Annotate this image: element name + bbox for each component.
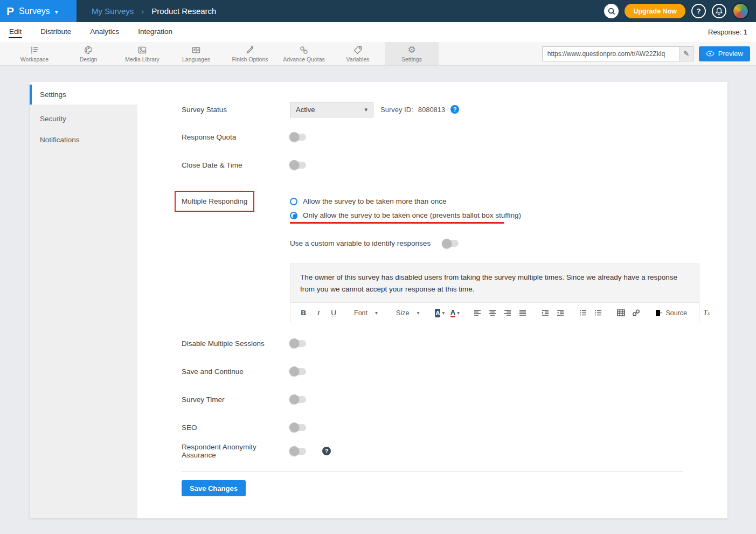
toolbar-item-settings[interactable]: ⚙ Settings xyxy=(385,42,439,65)
toolbar-item-languages[interactable]: A Languages xyxy=(169,42,223,65)
remove-format-button[interactable]: Tx xyxy=(700,307,713,320)
breadcrumb: My Surveys › Product Research xyxy=(92,6,216,16)
settings-form: Survey Status Active ▾ Survey ID: 808081… xyxy=(137,82,727,518)
save-continue-toggle[interactable] xyxy=(290,368,306,375)
survey-url-input[interactable] xyxy=(542,46,679,61)
tab-distribute[interactable]: Distribute xyxy=(40,26,72,38)
toolbar-item-media-library[interactable]: Media Library xyxy=(115,42,169,65)
response-quota-toggle[interactable] xyxy=(290,134,306,141)
underline-button[interactable]: U xyxy=(327,307,340,320)
italic-button[interactable]: I xyxy=(312,307,325,320)
insert-table-button[interactable] xyxy=(614,307,627,320)
bullet-list-icon xyxy=(579,309,587,316)
insert-link-button[interactable] xyxy=(629,307,642,320)
background-color-button[interactable]: A ▾ xyxy=(433,307,446,320)
source-button[interactable]: Source xyxy=(652,309,690,317)
align-left-icon xyxy=(474,309,481,316)
sidebar-panel: Security Notifications xyxy=(30,105,137,518)
indent-increase-icon xyxy=(542,309,549,316)
workspace-icon xyxy=(30,45,39,55)
text-color-icon: A xyxy=(450,309,455,317)
help-button[interactable]: ? xyxy=(691,4,706,18)
divider xyxy=(182,471,683,471)
anonymity-help-icon[interactable]: ? xyxy=(322,447,331,455)
toolbar-item-finish-options[interactable]: Finish Options xyxy=(223,42,277,65)
upgrade-label: Upgrade Now xyxy=(633,8,677,15)
survey-id-value: 8080813 xyxy=(418,106,446,114)
chevron-down-icon: ▾ xyxy=(364,106,367,113)
search-icon xyxy=(607,7,616,16)
indent-decrease-button[interactable] xyxy=(554,307,567,320)
chevron-down-icon: ▾ xyxy=(375,310,378,316)
toolbar-item-variables[interactable]: Variables xyxy=(331,42,385,65)
preview-label: Preview xyxy=(718,50,743,58)
close-date-toggle[interactable] xyxy=(290,162,306,169)
link-icon xyxy=(632,309,640,316)
text-color-button[interactable]: A ▾ xyxy=(448,307,461,320)
notifications-button[interactable] xyxy=(712,4,726,18)
indent-decrease-icon xyxy=(557,309,564,316)
image-icon xyxy=(137,45,147,55)
breadcrumb-my-surveys[interactable]: My Surveys xyxy=(92,6,134,16)
sidebar-item-settings[interactable]: Settings xyxy=(30,85,137,105)
tab-integration[interactable]: Integration xyxy=(137,26,173,38)
search-button[interactable] xyxy=(604,4,619,18)
translate-icon: A xyxy=(191,45,201,55)
edit-toolbar: Workspace Design Media Library A Languag… xyxy=(0,42,756,66)
survey-timer-toggle[interactable] xyxy=(290,396,306,403)
sidebar-item-security[interactable]: Security xyxy=(30,108,137,129)
disabled-message-text[interactable]: The owner of this survey has disabled us… xyxy=(290,264,699,302)
toolbar-item-design[interactable]: Design xyxy=(61,42,115,65)
custom-variable-toggle[interactable] xyxy=(442,240,459,247)
numbered-list-button[interactable] xyxy=(592,307,605,320)
toolbar-item-label: Finish Options xyxy=(232,56,268,63)
upgrade-button[interactable]: Upgrade Now xyxy=(625,4,685,18)
custom-variable-label: Use a custom variable to identify respon… xyxy=(290,239,431,247)
save-changes-button[interactable]: Save Changes xyxy=(182,480,246,496)
table-icon xyxy=(617,309,625,316)
response-quota-row: Response Quota xyxy=(182,131,727,142)
font-dropdown[interactable]: Font ▾ xyxy=(350,307,382,320)
toolbar-item-label: Media Library xyxy=(125,56,159,63)
toolbar-item-label: Variables xyxy=(346,56,370,63)
anonymity-label: Respondent Anonymity Assurance xyxy=(182,443,290,459)
tab-analytics[interactable]: Analytics xyxy=(89,26,120,38)
align-center-button[interactable] xyxy=(486,307,499,320)
radio-option-multiple-allowed[interactable]: Allow the survey to be taken more than o… xyxy=(290,197,521,205)
preview-button[interactable]: Preview xyxy=(699,46,750,61)
align-left-button[interactable] xyxy=(471,307,484,320)
toolbar-item-advance-quotas[interactable]: Advance Quotas xyxy=(277,42,331,65)
radio-option-once-only[interactable]: Only allow the survey to be taken once (… xyxy=(290,211,521,219)
remove-format-icon: T xyxy=(703,309,708,317)
size-dropdown[interactable]: Size ▾ xyxy=(392,307,424,320)
product-switcher[interactable]: P Surveys ▾ xyxy=(0,0,77,22)
disable-sessions-label: Disable Multiple Sessions xyxy=(182,339,290,348)
anonymity-row: Respondent Anonymity Assurance ? xyxy=(182,446,727,456)
content-area: Settings Security Notifications Survey S… xyxy=(0,66,756,534)
survey-id-help-icon[interactable]: ? xyxy=(450,105,459,114)
sidebar-item-notifications[interactable]: Notifications xyxy=(30,129,137,150)
anonymity-toggle[interactable] xyxy=(290,448,306,455)
align-justify-button[interactable] xyxy=(516,307,529,320)
question-icon: ? xyxy=(697,7,701,15)
radio-option-label: Allow the survey to be taken more than o… xyxy=(303,197,446,205)
bold-button[interactable]: B xyxy=(297,307,310,320)
font-dropdown-label: Font xyxy=(354,309,367,317)
seo-row: SEO xyxy=(182,422,727,433)
align-right-button[interactable] xyxy=(501,307,514,320)
toolbar-item-workspace[interactable]: Workspace xyxy=(8,42,61,65)
seo-toggle[interactable] xyxy=(290,424,306,431)
multiple-responding-row: Multiple Responding Allow the survey to … xyxy=(182,191,727,219)
response-quota-label: Response Quota xyxy=(182,133,290,141)
disable-sessions-row: Disable Multiple Sessions xyxy=(182,338,727,349)
multiple-responding-options: Allow the survey to be taken more than o… xyxy=(290,191,521,219)
edit-url-button[interactable]: ✎ xyxy=(679,46,693,61)
user-avatar[interactable] xyxy=(732,3,749,19)
eye-icon xyxy=(706,51,715,57)
disable-sessions-toggle[interactable] xyxy=(290,340,306,347)
indent-increase-button[interactable] xyxy=(539,307,552,320)
survey-status-select[interactable]: Active ▾ xyxy=(290,102,373,117)
tab-edit[interactable]: Edit xyxy=(9,26,22,38)
bullet-list-button[interactable] xyxy=(577,307,589,320)
gear-icon: ⚙ xyxy=(407,45,415,55)
